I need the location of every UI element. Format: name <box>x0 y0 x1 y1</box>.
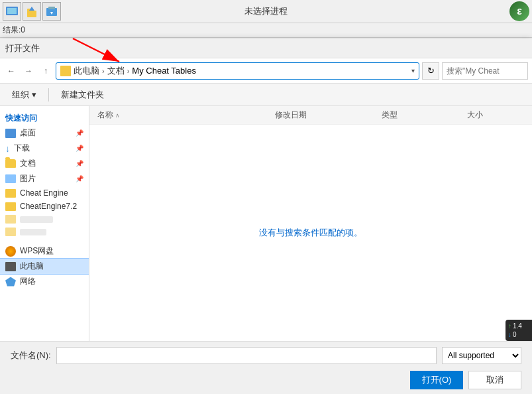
sidebar-label-download: 下载 <box>14 143 30 154</box>
breadcrumb-current: My Cheat Tables <box>132 66 196 76</box>
ce-icon-3[interactable] <box>42 2 61 21</box>
sidebar-label-cheat-engine: Cheat Engine <box>20 188 68 198</box>
sidebar-label-this-pc: 此电脑 <box>20 261 44 272</box>
ce-folder-icon-3 <box>5 215 16 224</box>
sidebar-item-download[interactable]: ↓ 下载 📌 <box>0 141 89 156</box>
sidebar-item-network[interactable]: 网络 <box>0 274 89 289</box>
breadcrumb-folder-icon <box>60 66 71 76</box>
organize-button[interactable]: 组织 ▾ <box>5 86 43 103</box>
breadcrumb-sep1: › <box>102 67 105 75</box>
col-size-label: 大小 <box>467 109 483 121</box>
content-area: 名称 ∧ 修改日期 类型 大小 没有与搜索条件匹配的项。 <box>89 106 532 341</box>
upload-value: 1.4 <box>513 322 522 330</box>
folder-icon-docs <box>5 159 16 168</box>
ce-window-title: 未选择进程 <box>244 5 288 17</box>
sidebar-label-network: 网络 <box>20 276 36 287</box>
up-button[interactable]: ↑ <box>38 64 53 78</box>
breadcrumb-folder1: 文档 <box>107 65 125 77</box>
wps-icon <box>5 246 16 257</box>
net-download-speed: ↓ 0 <box>508 331 529 338</box>
dialog-title: 打开文件 <box>0 38 532 58</box>
breadcrumb-sep2: › <box>127 67 130 75</box>
sidebar-label-wps: WPS网盘 <box>20 245 54 257</box>
sidebar: 快速访问 桌面 📌 ↓ 下载 📌 文档 📌 <box>0 106 89 341</box>
network-widget: ↑ 1.4 ↓ 0 <box>505 320 532 341</box>
ce-icon-1[interactable] <box>3 2 21 21</box>
sidebar-label-desktop: 桌面 <box>20 127 36 139</box>
pin-icon-docs: 📌 <box>76 160 83 167</box>
sidebar-item-this-pc[interactable]: 此电脑 <box>0 259 89 274</box>
filename-row: 文件名(N): All supported <box>11 347 521 364</box>
net-upload-speed: ↑ 1.4 <box>508 322 529 330</box>
network-icon <box>5 277 16 287</box>
sidebar-label-cheatengine72: CheatEngine7.2 <box>20 202 77 211</box>
filename-input[interactable] <box>56 347 437 364</box>
download-icon: ↓ <box>5 143 10 154</box>
sidebar-label-obscured-1 <box>20 216 53 223</box>
refresh-button[interactable]: ↻ <box>422 62 439 80</box>
ce-folder-icon-4 <box>5 228 16 236</box>
ce-icon-2[interactable] <box>23 2 41 21</box>
column-headers: 名称 ∧ 修改日期 类型 大小 <box>89 106 532 125</box>
sidebar-label-docs: 文档 <box>20 158 36 169</box>
col-type-label: 类型 <box>382 109 398 121</box>
col-header-type[interactable]: 类型 <box>382 109 467 121</box>
svg-rect-5 <box>48 7 55 9</box>
pin-icon-download: 📌 <box>76 145 83 152</box>
sidebar-label-pictures: 图片 <box>20 173 36 184</box>
results-bar: 结果:0 <box>0 23 532 38</box>
breadcrumb[interactable]: 此电脑 › 文档 › My Cheat Tables ▾ <box>56 62 419 80</box>
pin-icon-desktop: 📌 <box>76 129 83 137</box>
back-button[interactable]: ← <box>4 64 19 78</box>
col-header-size[interactable]: 大小 <box>467 109 524 121</box>
filename-label: 文件名(N): <box>11 350 51 361</box>
sidebar-item-desktop[interactable]: 桌面 📌 <box>0 125 89 141</box>
search-input[interactable] <box>442 62 528 80</box>
pin-icon-pictures: 📌 <box>76 175 83 182</box>
dialog-title-text: 打开文件 <box>5 42 40 54</box>
toolbar-separator <box>48 88 49 101</box>
breadcrumb-dropdown-icon[interactable]: ▾ <box>411 67 415 74</box>
sidebar-item-cheat-engine[interactable]: Cheat Engine <box>0 186 89 200</box>
ce-logo: ε <box>509 1 529 21</box>
sidebar-item-pictures[interactable]: 图片 📌 <box>0 171 89 186</box>
main-area: 快速访问 桌面 📌 ↓ 下载 📌 文档 📌 <box>0 106 532 341</box>
ce-title-bar: 未选择进程 ε <box>0 0 532 23</box>
button-row: 打开(O) 取消 <box>11 371 521 389</box>
new-folder-button[interactable]: 新建文件夹 <box>54 86 111 103</box>
down-arrow-icon: ↓ <box>508 331 511 338</box>
col-name-label: 名称 <box>97 109 113 121</box>
pic-icon <box>5 174 16 183</box>
col-header-date[interactable]: 修改日期 <box>275 109 382 121</box>
sidebar-label-obscured-2 <box>20 229 46 235</box>
svg-rect-1 <box>7 8 17 14</box>
forward-button[interactable]: → <box>21 64 36 78</box>
breadcrumb-root: 此电脑 <box>74 65 99 77</box>
col-date-label: 修改日期 <box>275 109 307 121</box>
desktop-icon <box>5 129 16 138</box>
quick-access-title: 快速访问 <box>0 110 89 125</box>
up-arrow-icon: ↑ <box>508 322 511 330</box>
ce-folder-icon-1 <box>5 189 16 198</box>
empty-message: 没有与搜索条件匹配的项。 <box>259 227 362 239</box>
toolbar-row: 组织 ▾ 新建文件夹 <box>0 84 532 106</box>
address-bar: ← → ↑ 此电脑 › 文档 › My Cheat Tables ▾ ↻ <box>0 58 532 84</box>
sidebar-item-obscured-2[interactable] <box>0 226 89 238</box>
sidebar-item-wps[interactable]: WPS网盘 <box>0 243 89 259</box>
sidebar-item-cheatengine72[interactable]: CheatEngine7.2 <box>0 200 89 213</box>
download-value: 0 <box>513 331 517 338</box>
filetype-select[interactable]: All supported <box>442 347 521 364</box>
open-button[interactable]: 打开(O) <box>410 371 463 389</box>
svg-rect-2 <box>27 11 36 17</box>
results-label: 结果:0 <box>3 25 25 36</box>
bottom-bar: 文件名(N): All supported 打开(O) 取消 <box>0 341 532 394</box>
sidebar-spacer <box>0 238 89 243</box>
file-dialog: 打开文件 ← → ↑ 此电脑 › 文档 › My Cheat Tables ▾ … <box>0 38 532 394</box>
sidebar-item-docs[interactable]: 文档 📌 <box>0 156 89 171</box>
sort-icon: ∧ <box>115 112 120 119</box>
sidebar-item-obscured-1[interactable] <box>0 213 89 226</box>
ce-folder-icon-2 <box>5 202 16 211</box>
cancel-button[interactable]: 取消 <box>468 371 521 389</box>
pc-icon <box>5 262 16 271</box>
col-header-name[interactable]: 名称 ∧ <box>97 109 275 121</box>
